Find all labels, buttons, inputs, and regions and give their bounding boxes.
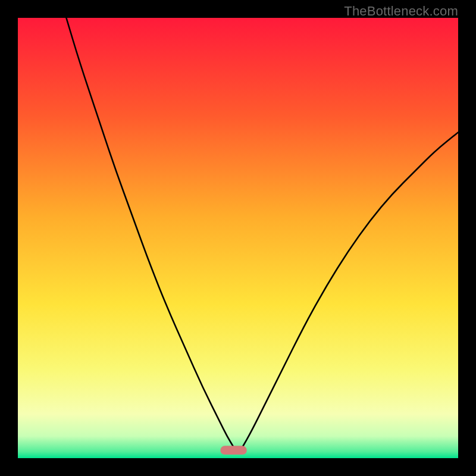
optimum-marker xyxy=(220,446,246,455)
gradient-background xyxy=(18,18,458,458)
watermark-text: TheBottleneck.com xyxy=(344,4,458,19)
optimum-pill xyxy=(220,446,246,455)
outer-frame: TheBottleneck.com xyxy=(0,0,476,476)
chart-svg xyxy=(18,18,458,458)
bottleneck-chart xyxy=(18,18,458,458)
